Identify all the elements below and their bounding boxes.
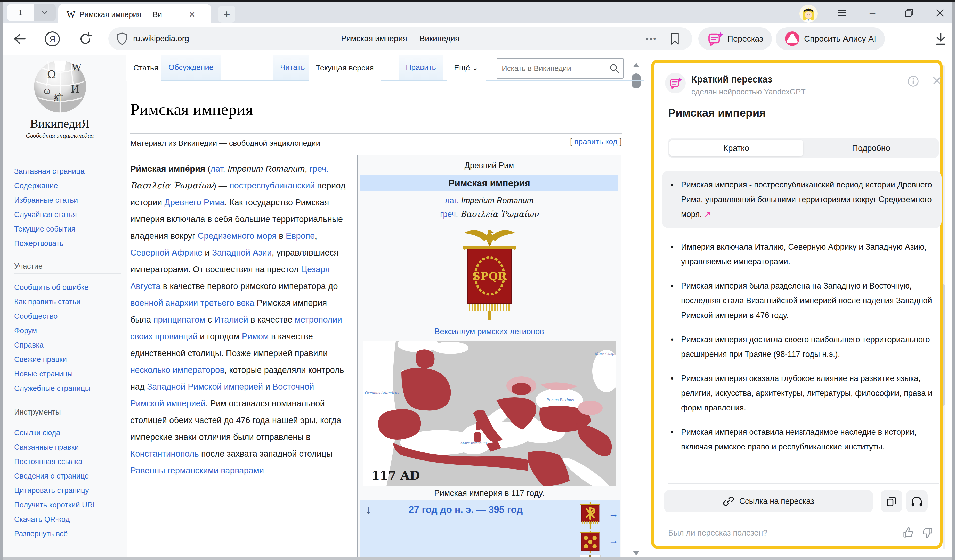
- copy-link-button[interactable]: Ссылка на пересказ: [664, 490, 873, 512]
- sidebar-link[interactable]: Избранные статьи: [14, 193, 122, 207]
- vexillum-image[interactable]: SPQR: [457, 223, 522, 326]
- sidebar-link[interactable]: Связанные правки: [14, 440, 122, 454]
- summary-mode-tabs: Кратко Подробно: [668, 138, 939, 158]
- tab-group-button[interactable]: 1: [7, 4, 56, 21]
- retell-icon: [707, 31, 723, 47]
- sidebar-link[interactable]: Пожертвовать: [14, 236, 122, 251]
- sidebar-link[interactable]: Получить короткий URL: [14, 498, 122, 512]
- sidebar-nav-participate: Сообщить об ошибкеКак править статьиСооб…: [14, 280, 122, 396]
- listen-button[interactable]: [906, 490, 928, 512]
- timeline-next-arrow[interactable]: →: [609, 509, 618, 519]
- browser-tab[interactable]: W Римская империя — Ви ✕: [58, 4, 211, 25]
- tab-brief[interactable]: Кратко: [669, 140, 803, 156]
- wikipedia-globe-logo[interactable]: W Ω И 維 ω: [33, 57, 87, 115]
- panel-divider: [668, 484, 939, 484]
- scrollbar-thumb[interactable]: [631, 73, 641, 89]
- title-rule: [130, 133, 622, 134]
- tab-group-chevron-icon[interactable]: [33, 4, 56, 21]
- shield-icon[interactable]: [117, 32, 127, 45]
- sidebar-link[interactable]: Развернуть всё: [14, 526, 122, 541]
- sidebar-link[interactable]: Сведения о странице: [14, 469, 122, 483]
- wiki-tab[interactable]: Статья: [126, 55, 166, 81]
- edit-code-anchor[interactable]: править код: [574, 137, 617, 146]
- svg-text:維: 維: [54, 92, 63, 103]
- alice-icon: [784, 31, 800, 47]
- article-title: Римская империя: [130, 100, 253, 119]
- coat-banner-image[interactable]: [578, 554, 602, 557]
- summary-bullet: • Римская империя оставила неизгладимое …: [662, 425, 942, 454]
- close-window-button[interactable]: [932, 5, 948, 20]
- restore-button[interactable]: [901, 5, 917, 20]
- thumbs-down-icon[interactable]: [922, 527, 933, 538]
- summary-bullet: • Римская империя оказала глубокое влиян…: [662, 371, 942, 415]
- sidebar-link[interactable]: Заглавная страница: [14, 164, 122, 178]
- wiki-tab[interactable]: Читать: [273, 55, 312, 81]
- bookmark-icon[interactable]: [670, 32, 680, 45]
- wiki-search-box[interactable]: [496, 58, 623, 79]
- retell-button[interactable]: Пересказ: [698, 27, 772, 50]
- wikipedia-wordmark: ВикипедиЯ: [3, 117, 117, 131]
- search-icon[interactable]: [609, 63, 619, 73]
- tab-close-icon[interactable]: ✕: [189, 10, 195, 19]
- minimize-button[interactable]: –: [865, 5, 880, 20]
- sidebar-link[interactable]: Ссылки сюда: [14, 426, 122, 440]
- sidebar-link[interactable]: Новые страницы: [14, 367, 122, 381]
- empire-map-image[interactable]: Oceanus Atlanticus Mare Internum Pontus …: [363, 342, 616, 486]
- sidebar-link[interactable]: Постоянная ссылка: [14, 454, 122, 469]
- sidebar-link[interactable]: Содержание: [14, 178, 122, 193]
- new-tab-button[interactable]: +: [218, 6, 235, 23]
- profile-avatar[interactable]: [800, 5, 817, 23]
- more-actions-icon[interactable]: •••: [645, 34, 657, 44]
- source-link-arrow[interactable]: ↗: [704, 210, 711, 218]
- sidebar-link[interactable]: Форум: [14, 323, 122, 338]
- scrollbar-up-icon[interactable]: [632, 62, 640, 68]
- tab-detailed[interactable]: Подробно: [803, 138, 939, 158]
- sidebar-link[interactable]: Сообщить об ошибке: [14, 280, 122, 295]
- infobox-timeline: ↓ 27 год до н. э. — 395 год → →: [360, 500, 620, 557]
- tab-group-number[interactable]: 1: [7, 4, 33, 21]
- vexillum-caption[interactable]: Вексиллум римских легионов: [358, 327, 621, 336]
- panel-title: Краткий пересказ: [691, 74, 772, 85]
- article-subtitle: Материал из Википедии — свободной энцикл…: [130, 139, 320, 147]
- sidebar-link[interactable]: Сообщество: [14, 309, 122, 323]
- svg-text:W: W: [72, 61, 81, 73]
- ask-alice-button[interactable]: Спросить Алису AI: [776, 27, 885, 50]
- map-label-atlantic: Oceanus Atlanticus: [365, 390, 399, 395]
- panel-scrollbar-thumb[interactable]: [942, 284, 945, 406]
- thumbs-up-icon[interactable]: [902, 527, 914, 538]
- panel-close-icon[interactable]: [932, 76, 942, 86]
- address-bar[interactable]: ru.wikipedia.org Римская империя — Викип…: [108, 27, 692, 50]
- info-icon[interactable]: [908, 76, 919, 87]
- sidebar-link[interactable]: Служебные страницы: [14, 381, 122, 396]
- sidebar-link[interactable]: Справка: [14, 338, 122, 352]
- menu-button[interactable]: [834, 5, 850, 20]
- sidebar-link[interactable]: Случайная статья: [14, 207, 122, 222]
- refresh-icon[interactable]: [74, 23, 97, 55]
- retell-panel-icon-circle: [665, 73, 686, 93]
- sidebar-link[interactable]: Скачать QR-код: [14, 512, 122, 526]
- timeline-range-link[interactable]: 27 год до н. э. — 395 год: [360, 504, 571, 515]
- sidebar-nav-main: Заглавная страницаСодержаниеИзбранные ст…: [14, 164, 122, 251]
- wiki-tab[interactable]: Править: [399, 55, 443, 81]
- timeline-next-arrow[interactable]: →: [609, 535, 618, 546]
- sidebar-link[interactable]: Цитировать страницу: [14, 483, 122, 498]
- wiki-tab[interactable]: Ещё ⌄: [447, 55, 486, 81]
- wiki-tab[interactable]: Обсуждение: [161, 55, 221, 81]
- sidebar-link[interactable]: Как править статьи: [14, 295, 122, 309]
- wikipedia-favicon: W: [67, 9, 75, 20]
- sidebar-link[interactable]: Текущие события: [14, 222, 122, 236]
- downloads-icon[interactable]: [930, 23, 952, 55]
- scrollbar-down-icon[interactable]: [632, 550, 640, 556]
- wiki-tab[interactable]: Текущая версия: [308, 55, 381, 81]
- yandex-home-icon[interactable]: Я: [41, 23, 63, 55]
- sidebar-link[interactable]: Свежие правки: [14, 352, 122, 367]
- back-icon[interactable]: [9, 23, 31, 55]
- svg-text:И: И: [71, 83, 79, 95]
- labarum-banner-image[interactable]: [578, 502, 602, 529]
- copy-text-button[interactable]: [881, 490, 902, 512]
- search-input[interactable]: [497, 64, 609, 73]
- url-text: ru.wikipedia.org: [133, 34, 189, 43]
- retell-panel: Краткий пересказ сделан нейросетью Yande…: [651, 59, 942, 549]
- dots-banner-image[interactable]: [578, 530, 602, 553]
- page-title: Римская империя — Википедия: [108, 34, 692, 43]
